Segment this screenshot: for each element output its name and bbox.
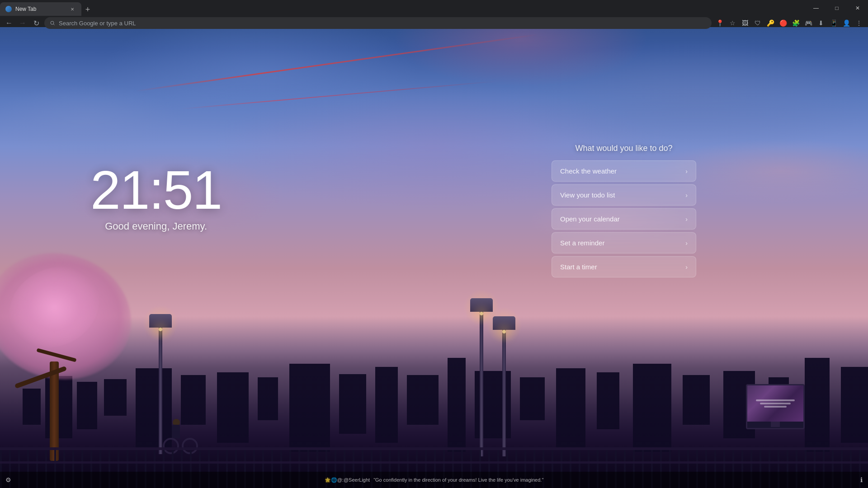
widget-title: What would you like to do?	[552, 144, 696, 153]
widget-item-calendar[interactable]: Open your calendar ›	[552, 208, 696, 230]
menu-icon[interactable]: ⋮	[854, 18, 864, 28]
chevron-down-icon-reminder: ›	[685, 239, 688, 247]
extension-icon-1[interactable]: 🔴	[778, 18, 788, 28]
clock-time: 21:51	[90, 163, 222, 217]
back-button[interactable]: ←	[4, 18, 14, 28]
extension-icon-5[interactable]: 📱	[828, 18, 839, 28]
widget-item-timer[interactable]: Start a timer ›	[552, 256, 696, 277]
minimize-button[interactable]: —	[806, 1, 826, 15]
reload-button[interactable]: ↻	[31, 18, 42, 28]
info-button[interactable]: ℹ	[860, 476, 863, 483]
media-icon[interactable]: 🖼	[740, 18, 750, 28]
chevron-down-icon-timer: ›	[685, 263, 688, 271]
bottom-bar: ⚙ 🌟🌐@:@SeerLight "Go confidently in the …	[0, 472, 868, 488]
address-bar[interactable]: Search Google or type a URL	[44, 17, 712, 29]
clock-section: 21:51 Good evening, Jeremy.	[90, 163, 222, 232]
browser-tabs: New Tab ✕ + — □ ✕	[0, 0, 868, 16]
svg-line-1	[53, 24, 54, 25]
browser-tab-active[interactable]: New Tab ✕	[0, 2, 81, 16]
new-tab-button[interactable]: +	[81, 3, 94, 16]
extension-icon-2[interactable]: 🧩	[790, 18, 801, 28]
maximize-button[interactable]: □	[826, 1, 847, 15]
quote-text: "Go confidently in the direction of your…	[373, 477, 543, 483]
extension-icon-3[interactable]: 🎮	[803, 18, 814, 28]
address-bar-text: Search Google or type a URL	[59, 20, 136, 27]
tab-favicon	[5, 6, 12, 12]
extension-icon-4[interactable]: ⬇	[816, 18, 826, 28]
location-icon[interactable]: 📍	[714, 18, 725, 28]
settings-button[interactable]: ⚙	[5, 476, 11, 483]
widget-label-reminder: Set a reminder	[560, 239, 604, 247]
widget-panel: What would you like to do? Check the wea…	[552, 144, 696, 280]
forward-button[interactable]: →	[17, 18, 28, 28]
widget-label-weather: Check the weather	[560, 167, 617, 175]
shield-icon[interactable]: 🛡	[752, 18, 763, 28]
profile-icon[interactable]: 👤	[841, 18, 852, 28]
widget-item-weather[interactable]: Check the weather ›	[552, 160, 696, 182]
toolbar-icons: 📍 ☆ 🖼 🛡 🔑 🔴 🧩 🎮 ⬇ 📱 👤 ⋮	[714, 18, 864, 28]
chevron-down-icon-weather: ›	[685, 168, 688, 175]
widget-label-timer: Start a timer	[560, 263, 597, 271]
widget-label-calendar: Open your calendar	[560, 215, 620, 223]
window-controls: — □ ✕	[806, 0, 868, 16]
tab-label: New Tab	[15, 6, 36, 12]
clock-greeting: Good evening, Jeremy.	[90, 221, 222, 232]
widget-label-todo: View your todo list	[560, 191, 615, 199]
tab-close-button[interactable]: ✕	[69, 5, 76, 13]
browser-chrome: New Tab ✕ + — □ ✕ ← → ↻ Search Google or…	[0, 0, 868, 27]
chevron-down-icon-calendar: ›	[685, 216, 688, 223]
widget-item-todo[interactable]: View your todo list ›	[552, 184, 696, 206]
close-button[interactable]: ✕	[847, 1, 868, 15]
attribution-text: 🌟🌐@:@SeerLight	[325, 477, 370, 483]
widget-item-reminder[interactable]: Set a reminder ›	[552, 232, 696, 253]
page-content: 21:51 Good evening, Jeremy. What would y…	[0, 27, 868, 488]
password-icon[interactable]: 🔑	[765, 18, 776, 28]
browser-toolbar: ← → ↻ Search Google or type a URL 📍 ☆ 🖼 …	[0, 16, 868, 30]
search-icon	[50, 20, 55, 26]
svg-point-0	[51, 21, 54, 24]
bookmark-icon[interactable]: ☆	[727, 18, 738, 28]
chevron-down-icon-todo: ›	[685, 192, 688, 199]
